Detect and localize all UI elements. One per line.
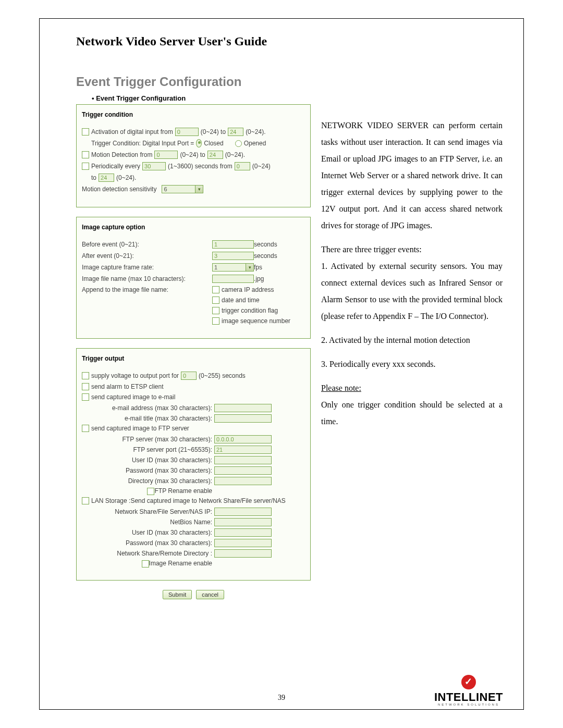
ftp-server-label: FTP server (max 30 characters): [82,436,214,443]
image-capture-panel: Image capture option Before event (0~21)… [76,217,311,339]
seconds1: seconds [254,241,277,248]
periodic-val-input[interactable]: 30 [142,162,166,170]
email-addr-label: e-mail address (max 30 characters): [82,404,214,412]
ftp-label: send captured image to FTP server [91,425,189,432]
activation-range2: (0~24). [246,128,265,135]
append-sn: image sequence number [222,317,290,325]
lan-dir-input[interactable] [214,549,272,558]
lan-user-label: User ID (max 30 characters): [82,529,214,536]
body-text-column: NETWORK VIDEO SERVER can perform certain… [321,94,503,599]
motion-r2: (0~24). [225,151,245,158]
motion-checkbox[interactable] [82,151,89,158]
lan-nb-label: NetBios Name: [82,519,214,526]
closed-radio[interactable] [196,139,202,147]
ftp-user-input[interactable] [214,456,272,464]
doc-title: Network Video Server User's Guide [76,34,503,48]
to-val-input[interactable]: 24 [99,174,114,182]
ftp-port-label: FTP server port (21~65535): [82,446,214,453]
activation-from-input[interactable]: 0 [175,128,199,136]
motion-r1: (0~24) to [180,151,205,158]
lan-ip-input[interactable] [214,508,272,516]
logo-name: INTELLINET [434,690,503,704]
before-input[interactable]: 1 [212,240,254,249]
activation-range1: (0~24) to [201,128,226,135]
lan-pass-input[interactable] [214,539,272,547]
supply-input[interactable]: 0 [181,372,197,380]
cancel-button[interactable]: cancel [196,590,224,599]
activation-label: Activation of digital input from [91,128,173,135]
email-addr-input[interactable] [214,404,272,412]
image-capture-title: Image capture option [82,224,305,231]
lan-dir-label: Network Share/Remote Directory : [82,550,214,557]
fname-label: Image file name (max 10 characters): [82,275,212,282]
supply-cb[interactable] [82,372,89,379]
ftp-server-input[interactable]: 0.0.0.0 [214,435,272,443]
trigger-output-panel: Trigger output supply voltage to output … [76,348,311,581]
fname-input[interactable] [212,275,254,283]
periodic-from-input[interactable]: 0 [235,162,250,170]
ftp-rename-label: FTP Rename enable [154,487,212,495]
config-header: Event Trigger Configuration [92,94,311,102]
append-sn-cb[interactable] [212,317,219,325]
after-input[interactable]: 3 [212,252,254,260]
body-p7: Only one trigger condition should be sel… [321,397,503,430]
body-p3: 1. Activated by external security sensor… [321,258,503,325]
body-p1: NETWORK VIDEO SERVER can perform certain… [321,117,503,234]
trigger-condition-panel: Trigger condition Activation of digital … [76,104,311,207]
rate-val: 1 [214,264,217,270]
lan-nb-input[interactable] [214,518,272,526]
fps-label: fps [254,264,262,271]
append-tc-cb[interactable] [212,307,219,314]
append-ip-cb[interactable] [212,286,219,293]
append-dt: date and time [222,297,260,304]
ftp-pass-label: Password (max 30 characters): [82,467,214,474]
chevron-down-icon: ▾ [246,264,253,271]
email-cb[interactable] [82,393,89,401]
opened-label: Opened [244,140,266,147]
ftp-port-input[interactable]: 21 [214,446,272,454]
lan-ip-label: Network Share/File Server/NAS IP: [82,508,214,515]
opened-radio[interactable] [235,140,242,147]
page-title: Event Trigger Configuration [76,75,503,89]
append-label: Append to the image file name: [82,286,212,293]
logo-mark-icon [461,675,476,689]
logo-tagline: NETWORK SOLUTIONS [434,703,503,706]
lan-pass-label: Password (max 30 characters): [82,539,214,547]
lan-cb[interactable] [82,497,89,504]
etsp-cb[interactable] [82,383,89,390]
sens-val: 6 [164,186,167,192]
lan-label: LAN Storage :Send captured image to Netw… [91,497,286,504]
periodic-r: (1~3600) seconds from [168,163,232,170]
motion-from-input[interactable]: 0 [154,151,178,159]
lan-rename-cb[interactable] [142,560,149,567]
jpg-label: .jpg [254,275,264,282]
ftp-dir-input[interactable] [214,477,272,485]
body-p4: 2. Activated by the internal motion dete… [321,332,503,349]
periodic-label: Periodically every [91,163,140,170]
rate-select[interactable]: 1 ▾ [212,263,254,272]
lan-user-input[interactable] [214,528,272,537]
ftp-cb[interactable] [82,425,89,432]
email-title-input[interactable] [214,414,272,423]
ftp-pass-input[interactable] [214,466,272,475]
tc-label: Trigger Condition: Digital Input Port = [91,140,194,147]
trigger-condition-title: Trigger condition [82,111,305,118]
seconds2: seconds [254,252,277,260]
ftp-rename-cb[interactable] [147,488,154,495]
sens-select[interactable]: 6 ▾ [162,185,203,193]
motion-to-input[interactable]: 24 [207,151,223,159]
rate-label: Image capture frame rate: [82,264,212,271]
submit-button[interactable]: Submit [163,590,192,599]
activation-checkbox[interactable] [82,128,89,135]
to-r: (0~24). [116,174,136,181]
periodic-checkbox[interactable] [82,163,89,170]
after-label: After event (0~21): [82,252,212,260]
email-label: send captured image to e-mail [91,393,175,401]
motion-label: Motion Detection from [91,151,152,158]
activation-to-input[interactable]: 24 [228,128,243,136]
append-dt-cb[interactable] [212,297,219,304]
ftp-dir-label: Directory (max 30 characters): [82,477,214,485]
closed-label: Closed [204,140,223,147]
append-tc: trigger condition flag [222,307,278,314]
trigger-output-title: Trigger output [82,355,305,362]
